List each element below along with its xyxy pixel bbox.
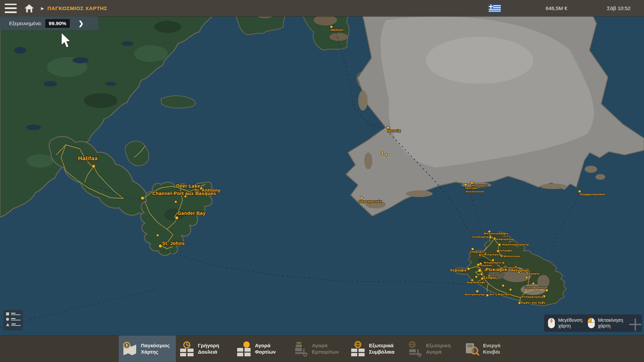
city-dot[interactable] xyxy=(545,289,548,292)
tab-label: Κονβόι xyxy=(483,349,500,355)
city-dot[interactable] xyxy=(476,290,479,293)
city-label[interactable]: Νόρδουρφιορδουρ xyxy=(502,243,529,246)
city-label[interactable]: Χόλμαβικ xyxy=(499,249,513,252)
legend-square-icon xyxy=(6,312,9,315)
city-dot[interactable] xyxy=(475,276,477,278)
city-label[interactable]: Ισαφιόρδουρ xyxy=(495,238,514,241)
breadcrumb-title: ΠΑΓΚΟΣΜΙΟΣ ΧΑΡΤΗΣ xyxy=(47,5,107,11)
city-dot[interactable] xyxy=(156,234,159,236)
tab-freight-market[interactable]: Αγορά Φορτίων xyxy=(233,336,290,362)
city-dot[interactable] xyxy=(467,267,470,270)
tab-label: Αγορά xyxy=(312,343,339,349)
hint-zoom-line1: Μεγέθυνση xyxy=(558,317,583,323)
tab-quick-job[interactable]: Γρήγορη Δουλειά xyxy=(176,336,233,362)
pallet-jack-icon xyxy=(293,341,309,357)
city-dot[interactable] xyxy=(489,236,492,239)
tab-external-market: Εξωτερική Αγορά xyxy=(404,336,461,362)
city-label[interactable]: Ρέιδαρφιορδορ xyxy=(522,295,544,298)
city-label[interactable]: Κράφλα xyxy=(528,272,540,275)
city-label[interactable]: Ναρσαρσουάκ xyxy=(359,200,382,203)
city-dot[interactable] xyxy=(464,183,467,186)
tab-label: Χάρτης xyxy=(141,349,170,355)
city-label[interactable]: Θορλάκσοφν xyxy=(467,281,485,284)
city-dot[interactable] xyxy=(486,294,489,297)
city-label[interactable]: Στύκισχόλμουρ xyxy=(480,253,502,256)
city-dot[interactable] xyxy=(471,181,473,184)
city-dot[interactable] xyxy=(498,243,501,246)
city-dot[interactable] xyxy=(381,152,383,154)
city-dot[interactable] xyxy=(387,126,389,129)
city-label[interactable]: Σέλφος xyxy=(484,276,497,280)
city-label[interactable]: Λιμάνι του Χεβν xyxy=(521,301,546,304)
city-dot[interactable] xyxy=(175,216,178,220)
city-label[interactable]: Σουδουρέιρι xyxy=(472,235,489,238)
city-dot[interactable] xyxy=(509,288,512,291)
city-dot[interactable] xyxy=(477,263,480,266)
city-label[interactable]: Τασιιλάκ xyxy=(465,187,477,190)
explored-expand-button[interactable]: ❯ xyxy=(78,19,84,27)
city-label[interactable]: Θέστμανεγιαρ xyxy=(465,293,484,296)
city-dot[interactable] xyxy=(330,25,333,28)
city-label[interactable]: Halifax xyxy=(78,155,98,162)
move-map-hint: Μετακίνηση χάρτη xyxy=(587,317,623,329)
city-dot[interactable] xyxy=(478,269,481,272)
truck-magnifier-icon xyxy=(464,341,480,357)
tab-label: Ενεργό xyxy=(483,343,500,349)
city-label[interactable]: Νουούκ xyxy=(387,129,401,133)
legend-lines xyxy=(11,312,20,316)
city-label[interactable]: Κουλουσούκ xyxy=(466,190,484,193)
city-label[interactable]: Σέιδισφιορδουρ xyxy=(525,286,547,289)
city-dot[interactable] xyxy=(578,190,581,193)
hamburger-menu-icon[interactable] xyxy=(5,4,17,13)
tab-active-convoy[interactable]: Ενεργό Κονβόι xyxy=(461,336,518,362)
game-clock: Σάβ 10:52 xyxy=(607,5,631,11)
city-dot[interactable] xyxy=(502,284,504,287)
explored-label: Εξερευνημένο: xyxy=(9,20,42,26)
home-icon[interactable] xyxy=(24,4,34,13)
city-dot[interactable] xyxy=(360,196,363,199)
globe-jack-icon xyxy=(407,341,423,357)
breadcrumb-chevron-icon: ▶ xyxy=(41,6,44,11)
city-label[interactable]: Κέφλαβικ xyxy=(450,268,467,272)
explored-value: 99.90% xyxy=(45,19,70,28)
hint-move-line2: χάρτη xyxy=(598,323,623,329)
city-label[interactable]: Channel-Port aux Basques xyxy=(152,191,216,196)
game-screen: { "top_bar": { "menu_icon": "hamburger-m… xyxy=(0,0,644,362)
city-label[interactable]: Gander Bay xyxy=(177,210,206,216)
tab-label: Γρήγορη xyxy=(198,343,219,349)
city-label[interactable]: Μπλέντουος xyxy=(503,255,521,258)
city-dot[interactable] xyxy=(92,165,95,168)
city-dot[interactable] xyxy=(471,248,474,250)
city-label[interactable]: Ρέικιαβικ xyxy=(486,267,507,272)
city-dot[interactable] xyxy=(385,154,387,156)
city-label[interactable]: Βικ η Μίρνταλ xyxy=(489,293,509,296)
tab-label: Δουλειά xyxy=(198,349,219,355)
city-dot[interactable] xyxy=(141,196,144,200)
city-dot[interactable] xyxy=(480,273,483,275)
city-label[interactable]: Ittoqqortoormiit xyxy=(580,193,605,196)
tab-label: Εξωτερικά xyxy=(369,343,394,349)
tab-label: Συμβόλαια xyxy=(369,349,394,355)
map-legend-button[interactable] xyxy=(3,310,23,330)
city-dot[interactable] xyxy=(525,276,528,279)
city-dot[interactable] xyxy=(159,244,162,248)
city-label[interactable]: Ακρανές xyxy=(481,264,493,267)
greece-flag xyxy=(489,4,501,12)
tab-external-contracts[interactable]: Εξωτερικά Συμβόλαια xyxy=(347,336,404,362)
city-dot[interactable] xyxy=(532,282,534,285)
legend-triangle-icon xyxy=(6,323,9,326)
hint-zoom-line2: χάρτη xyxy=(558,323,583,329)
tab-world-map[interactable]: Παγκόσμιος Χάρτης xyxy=(119,336,176,362)
city-label[interactable]: Μπόλουνγκαρβικ xyxy=(484,232,508,235)
mouse-scroll-icon xyxy=(547,317,555,329)
grid-cargo-icon xyxy=(236,341,252,357)
explored-panel: Εξερευνημένο: 99.90% ❯ xyxy=(0,16,98,30)
city-label[interactable]: St. Johns xyxy=(162,241,185,246)
grid-globe-icon xyxy=(350,341,366,357)
world-map[interactable]: HalifaxDeer LakeSt. AnthonyChannel-Port … xyxy=(0,0,644,362)
city-dot[interactable] xyxy=(174,200,177,203)
city-label[interactable]: Ακουρέιρι xyxy=(511,268,528,272)
city-label[interactable]: Ικαλούιτ xyxy=(331,28,344,32)
zoom-map-hint: Μεγέθυνση χάρτη xyxy=(547,317,583,329)
hint-move-line1: Μετακίνηση xyxy=(598,317,623,323)
